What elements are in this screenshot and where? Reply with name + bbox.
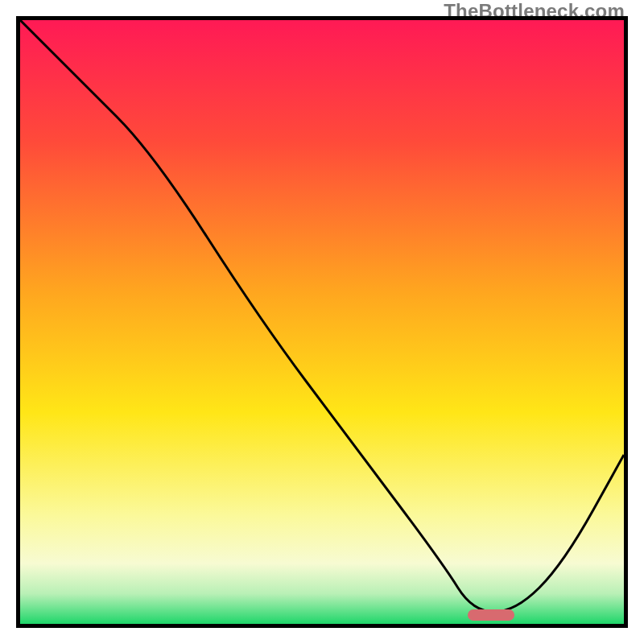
curve-path [20, 20, 624, 612]
optimal-marker [468, 609, 514, 621]
chart-frame [16, 16, 628, 628]
bottleneck-curve [20, 20, 624, 624]
